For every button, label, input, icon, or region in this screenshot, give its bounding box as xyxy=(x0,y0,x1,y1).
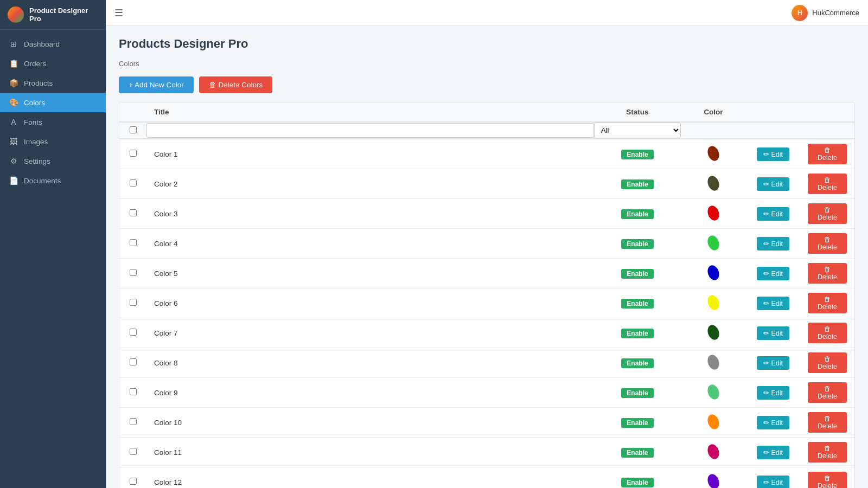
row-checkbox-6[interactable] xyxy=(130,299,137,306)
row-title-9: Color 9 xyxy=(146,378,594,408)
delete-button-10[interactable]: 🗑 Delete xyxy=(808,412,847,433)
table-row: Color 7 Enable ✏ Edit 🗑 Delete xyxy=(119,318,854,348)
edit-button-4[interactable]: ✏ Edit xyxy=(757,237,789,251)
delete-button-1[interactable]: 🗑 Delete xyxy=(808,144,847,164)
edit-button-11[interactable]: ✏ Edit xyxy=(757,446,789,459)
sidebar-item-dashboard[interactable]: ⊞ Dashboard xyxy=(0,34,106,54)
row-checkbox-5[interactable] xyxy=(130,269,137,276)
row-status-5: Enable xyxy=(594,259,681,288)
row-edit-cell-12: ✏ Edit xyxy=(746,467,800,489)
delete-button-3[interactable]: 🗑 Delete xyxy=(808,203,847,224)
svg-point-5 xyxy=(706,294,721,311)
row-color-9 xyxy=(681,378,746,408)
row-check-cell xyxy=(119,259,146,288)
svg-point-1 xyxy=(706,175,721,192)
documents-icon: 📄 xyxy=(9,176,18,185)
page-title: Products Designer Pro xyxy=(119,37,855,51)
row-checkbox-12[interactable] xyxy=(130,478,137,485)
title-filter-input[interactable] xyxy=(146,123,594,138)
sidebar-item-images[interactable]: 🖼 Images xyxy=(0,132,106,151)
status-badge-12: Enable xyxy=(621,478,653,487)
row-checkbox-8[interactable] xyxy=(130,358,137,365)
svg-point-2 xyxy=(706,204,721,222)
delete-button-8[interactable]: 🗑 Delete xyxy=(808,352,847,373)
status-badge-2: Enable xyxy=(621,179,653,189)
table-row: Color 9 Enable ✏ Edit 🗑 Delete xyxy=(119,378,854,408)
row-status-4: Enable xyxy=(594,229,681,259)
hamburger-icon[interactable]: ☰ xyxy=(114,7,123,19)
delete-colors-button[interactable]: 🗑 Delete Colors xyxy=(199,76,273,93)
delete-button-11[interactable]: 🗑 Delete xyxy=(808,442,847,463)
col-header-color: Color xyxy=(681,102,746,122)
row-color-3 xyxy=(681,199,746,229)
row-checkbox-7[interactable] xyxy=(130,329,137,336)
table-row: Color 11 Enable ✏ Edit 🗑 Delete xyxy=(119,438,854,467)
sidebar-item-orders[interactable]: 📋 Orders xyxy=(0,54,106,73)
table-row: Color 12 Enable ✏ Edit 🗑 Delete xyxy=(119,467,854,489)
row-status-10: Enable xyxy=(594,408,681,438)
status-badge-1: Enable xyxy=(621,150,653,159)
row-delete-cell-2: 🗑 Delete xyxy=(800,169,854,199)
row-status-3: Enable xyxy=(594,199,681,229)
row-checkbox-3[interactable] xyxy=(130,209,137,216)
status-badge-6: Enable xyxy=(621,299,653,309)
row-checkbox-10[interactable] xyxy=(130,418,137,425)
table-row: Color 8 Enable ✏ Edit 🗑 Delete xyxy=(119,348,854,378)
row-color-10 xyxy=(681,408,746,438)
delete-button-2[interactable]: 🗑 Delete xyxy=(808,174,847,194)
svg-point-11 xyxy=(706,473,721,489)
edit-button-3[interactable]: ✏ Edit xyxy=(757,207,789,221)
status-filter-select[interactable]: All Enable Disable xyxy=(594,123,681,138)
row-delete-cell-10: 🗑 Delete xyxy=(800,408,854,438)
delete-button-4[interactable]: 🗑 Delete xyxy=(808,233,847,254)
status-badge-3: Enable xyxy=(621,209,653,219)
row-color-6 xyxy=(681,288,746,318)
delete-button-6[interactable]: 🗑 Delete xyxy=(808,293,847,313)
edit-button-9[interactable]: ✏ Edit xyxy=(757,386,789,400)
edit-button-12[interactable]: ✏ Edit xyxy=(757,476,789,489)
sidebar-item-settings[interactable]: ⚙ Settings xyxy=(0,151,106,171)
colors-table-wrapper: Title Status Color xyxy=(119,102,855,488)
row-delete-cell-9: 🗑 Delete xyxy=(800,378,854,408)
row-title-6: Color 6 xyxy=(146,288,594,318)
edit-button-7[interactable]: ✏ Edit xyxy=(757,326,789,340)
delete-button-5[interactable]: 🗑 Delete xyxy=(808,263,847,284)
sidebar-item-products[interactable]: 📦 Products xyxy=(0,73,106,93)
row-title-1: Color 1 xyxy=(146,139,594,169)
row-edit-cell-7: ✏ Edit xyxy=(746,318,800,348)
edit-button-5[interactable]: ✏ Edit xyxy=(757,267,789,280)
sidebar-item-documents[interactable]: 📄 Documents xyxy=(0,171,106,190)
row-checkbox-9[interactable] xyxy=(130,388,137,395)
delete-button-12[interactable]: 🗑 Delete xyxy=(808,472,847,488)
status-badge-7: Enable xyxy=(621,329,653,338)
add-new-color-button[interactable]: + Add New Color xyxy=(119,76,194,93)
row-color-8 xyxy=(681,348,746,378)
sidebar-item-colors[interactable]: 🎨 Colors xyxy=(0,93,106,112)
select-all-checkbox[interactable] xyxy=(130,126,137,133)
sidebar-label-dashboard: Dashboard xyxy=(24,40,60,48)
table-row: Color 4 Enable ✏ Edit 🗑 Delete xyxy=(119,229,854,259)
delete-button-7[interactable]: 🗑 Delete xyxy=(808,323,847,343)
table-body: Color 1 Enable ✏ Edit 🗑 Delete Color 2 E… xyxy=(119,139,854,488)
row-color-1 xyxy=(681,139,746,169)
row-color-7 xyxy=(681,318,746,348)
row-delete-cell-1: 🗑 Delete xyxy=(800,139,854,169)
edit-button-8[interactable]: ✏ Edit xyxy=(757,356,789,370)
edit-button-1[interactable]: ✏ Edit xyxy=(757,147,789,161)
row-checkbox-4[interactable] xyxy=(130,239,137,246)
row-checkbox-11[interactable] xyxy=(130,448,137,455)
row-check-cell xyxy=(119,288,146,318)
row-status-1: Enable xyxy=(594,139,681,169)
row-color-12 xyxy=(681,467,746,489)
row-checkbox-2[interactable] xyxy=(130,179,137,187)
edit-button-6[interactable]: ✏ Edit xyxy=(757,297,789,310)
row-delete-cell-6: 🗑 Delete xyxy=(800,288,854,318)
row-title-8: Color 8 xyxy=(146,348,594,378)
edit-button-2[interactable]: ✏ Edit xyxy=(757,177,789,191)
sidebar-item-fonts[interactable]: A Fonts xyxy=(0,112,106,132)
delete-button-9[interactable]: 🗑 Delete xyxy=(808,382,847,403)
row-checkbox-1[interactable] xyxy=(130,150,137,157)
edit-button-10[interactable]: ✏ Edit xyxy=(757,416,789,429)
svg-point-3 xyxy=(706,234,721,252)
products-icon: 📦 xyxy=(9,79,18,87)
